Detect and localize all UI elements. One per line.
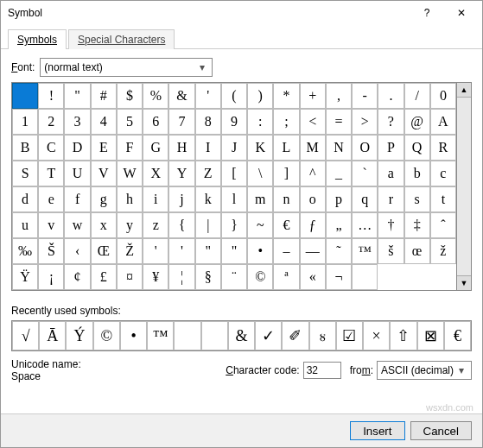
symbol-cell[interactable]: @ [404,109,430,135]
symbol-cell[interactable]: [ [221,161,247,186]
symbol-cell[interactable]: v [38,212,64,238]
symbol-cell[interactable]: z [143,212,168,238]
symbol-cell[interactable]: € [273,212,299,238]
symbol-cell[interactable]: Q [404,135,430,161]
symbol-cell[interactable]: I [195,135,221,161]
symbol-cell[interactable]: " [64,83,90,109]
symbol-cell[interactable]: e [38,186,64,212]
recent-cell[interactable]: • [120,321,147,350]
recent-cell[interactable]: ™ [147,321,174,350]
symbol-cell[interactable]: | [195,212,221,238]
recent-cell[interactable]: Ā [39,321,66,350]
symbol-cell[interactable]: * [273,83,299,109]
symbol-cell[interactable]: « [300,264,326,290]
symbol-cell[interactable]: ­ [352,264,378,290]
symbol-cell[interactable]: ‰ [12,238,38,264]
symbol-cell[interactable]: ª [273,264,299,290]
symbol-cell[interactable]: C [38,135,64,161]
symbol-cell[interactable]: S [12,161,38,186]
recent-cell[interactable]: ⇧ [390,321,416,350]
symbol-cell[interactable]: 0 [430,83,456,109]
char-code-input[interactable] [303,362,341,379]
symbol-cell[interactable]: $ [117,83,143,109]
symbol-cell[interactable]: š [378,238,404,264]
symbol-cell[interactable]: N [326,135,352,161]
recent-cell[interactable]: √ [12,321,39,350]
recent-cell[interactable]: ✐ [282,321,308,350]
symbol-cell[interactable]: { [168,212,194,238]
recent-cell[interactable]: ✓ [255,321,282,350]
symbol-cell[interactable]: x [91,212,117,238]
symbol-cell[interactable]: ' [195,83,221,109]
symbol-cell[interactable]: 2 [38,109,64,135]
symbol-cell[interactable]: ¨ [221,264,247,290]
symbol-cell[interactable]: ¥ [143,264,168,290]
symbol-cell[interactable]: < [300,109,326,135]
symbol-cell[interactable]: " [221,238,247,264]
recent-cell[interactable]: ☑ [336,321,363,350]
symbol-cell[interactable]: c [430,161,456,186]
recent-cell[interactable]: © [93,321,120,350]
symbol-cell[interactable]: ^ [300,161,326,186]
symbol-cell[interactable]: % [143,83,168,109]
symbol-cell[interactable]: r [378,186,404,212]
symbol-cell[interactable]: 8 [195,109,221,135]
symbol-cell[interactable]: ˆ [430,212,456,238]
symbol-cell[interactable]: 4 [91,109,117,135]
symbol-cell[interactable]: G [143,135,168,161]
symbol-cell[interactable]: ' [168,238,194,264]
symbol-cell[interactable]: n [273,186,299,212]
scroll-up-icon[interactable]: ▲ [457,83,471,98]
symbol-cell[interactable]: = [326,109,352,135]
symbol-cell[interactable]: : [247,109,273,135]
symbol-cell[interactable]: # [91,83,117,109]
symbol-cell[interactable]: ž [430,238,456,264]
symbol-cell[interactable]: M [300,135,326,161]
symbol-cell[interactable]: & [168,83,194,109]
recent-cell[interactable]: € [444,321,471,350]
symbol-cell[interactable]: o [300,186,326,212]
symbol-cell[interactable]: . [378,83,404,109]
symbol-cell[interactable]: R [430,135,456,161]
symbol-cell[interactable]: F [117,135,143,161]
symbol-cell[interactable]: X [143,161,168,186]
symbol-cell[interactable]: § [195,264,221,290]
symbol-cell[interactable]: œ [404,238,430,264]
symbol-cell[interactable]: E [91,135,117,161]
symbol-cell[interactable]: ~ [247,212,273,238]
symbol-cell[interactable]: p [326,186,352,212]
symbol-cell[interactable]: K [247,135,273,161]
symbol-cell[interactable]: a [378,161,404,186]
symbol-cell[interactable]: u [12,212,38,238]
symbol-cell[interactable]: • [247,238,273,264]
insert-button[interactable]: Insert [350,421,404,440]
symbol-cell[interactable]: ` [352,161,378,186]
symbol-cell[interactable]: ‡ [404,212,430,238]
symbol-cell[interactable]: y [117,212,143,238]
symbol-cell[interactable]: B [12,135,38,161]
recent-cell[interactable]: & [228,321,255,350]
symbol-cell[interactable]: D [64,135,90,161]
grid-scrollbar[interactable]: ▲ ▼ [457,82,472,291]
symbol-cell[interactable]: j [168,186,194,212]
tab-symbols[interactable]: Symbols [8,29,67,49]
symbol-cell[interactable]: … [352,212,378,238]
symbol-cell[interactable]: V [91,161,117,186]
symbol-cell[interactable] [12,83,38,109]
symbol-cell[interactable]: — [300,238,326,264]
symbol-cell[interactable]: © [247,264,273,290]
symbol-cell[interactable]: _ [326,161,352,186]
symbol-cell[interactable]: ‹ [64,238,90,264]
symbol-cell[interactable]: ' [143,238,168,264]
scroll-track[interactable] [457,98,471,275]
scroll-down-icon[interactable]: ▼ [457,275,471,290]
symbol-cell[interactable]: Ž [117,238,143,264]
symbol-cell[interactable]: ; [273,109,299,135]
symbol-cell[interactable]: / [404,83,430,109]
symbol-cell[interactable]: Š [38,238,64,264]
symbol-cell[interactable]: - [352,83,378,109]
help-button[interactable]: ? [410,1,444,25]
symbol-cell[interactable]: ƒ [300,212,326,238]
symbol-cell[interactable]: > [352,109,378,135]
symbol-cell[interactable]: } [221,212,247,238]
